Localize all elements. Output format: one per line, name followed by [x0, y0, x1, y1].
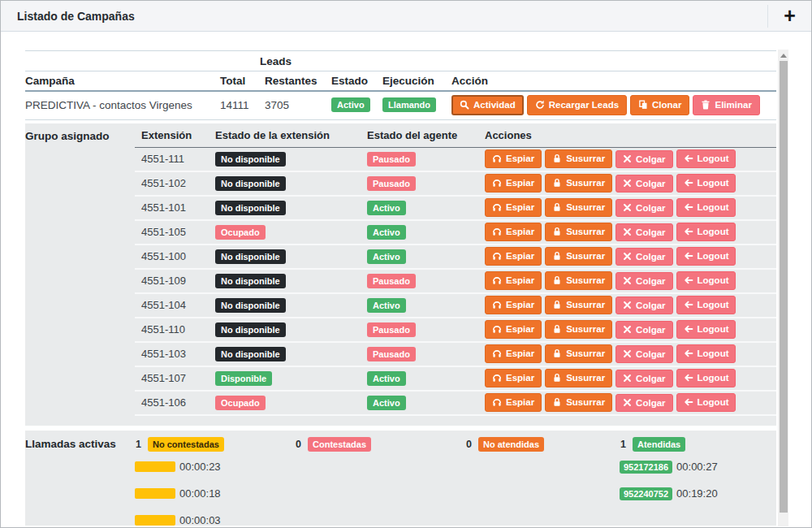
logout-button[interactable]: Logout	[676, 344, 736, 363]
espiar-button[interactable]: Espiar	[485, 198, 542, 217]
logout-button[interactable]: Logout	[676, 271, 736, 290]
campaign-execution-badge: Llamando	[382, 97, 436, 112]
whisper-icon	[552, 251, 562, 261]
colgar-button[interactable]: Colgar	[615, 199, 672, 218]
logout-button[interactable]: Logout	[676, 393, 736, 412]
extension-state-badge: No disponible	[215, 322, 286, 337]
susurrar-button[interactable]: Susurrar	[545, 344, 612, 363]
extension-row: 4551-109No disponiblePausadoEspiarSusurr…	[135, 270, 776, 294]
scrollbar-thumb[interactable]	[780, 61, 788, 513]
espiar-button[interactable]: Espiar	[485, 271, 542, 290]
colgar-button[interactable]: Colgar	[615, 175, 672, 193]
espiar-button-label: Espiar	[506, 300, 534, 310]
extension-row: 4551-104No disponibleActivoEspiarSusurra…	[135, 294, 776, 318]
headphones-icon	[492, 227, 502, 236]
agent-state-badge: Activo	[367, 371, 406, 386]
active-calls-section: Llamadas activas 1 No contestadas 00:00:…	[25, 431, 776, 526]
espiar-button[interactable]: Espiar	[485, 223, 542, 241]
extension-actions: EspiarSusurrarColgarLogout	[478, 223, 776, 241]
extensions-table-header-row: Extensión Estado de la extensión Estado …	[135, 123, 776, 148]
colgar-button-label: Colgar	[636, 301, 665, 311]
clonar-button[interactable]: Clonar	[630, 95, 689, 115]
logout-button[interactable]: Logout	[676, 149, 736, 168]
logout-button-label: Logout	[698, 251, 729, 262]
colgar-button[interactable]: Colgar	[615, 394, 672, 413]
espiar-button[interactable]: Espiar	[485, 393, 542, 412]
colgar-button-label: Colgar	[636, 325, 665, 335]
espiar-button[interactable]: Espiar	[485, 296, 542, 314]
colgar-button[interactable]: Colgar	[615, 223, 672, 242]
susurrar-button[interactable]: Susurrar	[545, 223, 612, 241]
vertical-scrollbar[interactable]	[778, 50, 788, 526]
extension-actions: EspiarSusurrarColgarLogout	[478, 149, 776, 168]
colgar-button[interactable]: Colgar	[615, 321, 672, 340]
espiar-button-label: Espiar	[506, 397, 534, 408]
leads-group-header-row: Leads	[25, 50, 776, 71]
agent-state-badge: Activo	[367, 201, 406, 215]
susurrar-button[interactable]: Susurrar	[545, 247, 612, 266]
espiar-button[interactable]: Espiar	[485, 247, 542, 266]
agent-state-badge: Activo	[367, 249, 406, 264]
espiar-button[interactable]: Espiar	[485, 344, 542, 363]
headphones-icon	[492, 178, 502, 188]
call-duration: 00:00:18	[179, 487, 221, 500]
call-duration: 00:00:27	[676, 461, 718, 473]
recargar-leads-button[interactable]: Recargar Leads	[527, 95, 627, 115]
colgar-button-label: Colgar	[636, 227, 665, 238]
colgar-button[interactable]: Colgar	[615, 345, 672, 364]
espiar-button[interactable]: Espiar	[485, 369, 542, 387]
colgar-button-label: Colgar	[636, 398, 665, 409]
susurrar-button[interactable]: Susurrar	[545, 369, 612, 387]
extension-state-badge: No disponible	[215, 152, 286, 167]
x-icon	[623, 374, 632, 383]
colgar-button[interactable]: Colgar	[615, 150, 672, 169]
logout-button[interactable]: Logout	[676, 369, 736, 387]
susurrar-button[interactable]: Susurrar	[545, 296, 612, 314]
logout-button[interactable]: Logout	[676, 247, 736, 266]
extension-actions: EspiarSusurrarColgarLogout	[478, 271, 776, 290]
susurrar-button[interactable]: Susurrar	[545, 320, 612, 339]
logout-button[interactable]: Logout	[676, 174, 736, 193]
colgar-button-label: Colgar	[636, 179, 665, 189]
campaign-total: 14111	[220, 99, 265, 111]
column-header-ext-state: Estado de la extensión	[209, 129, 361, 141]
unattended-count: 0	[465, 439, 472, 450]
unattended-counter: 0 No atendidas	[465, 437, 620, 452]
x-icon	[623, 349, 632, 358]
arrow-left-icon	[684, 348, 693, 358]
espiar-button[interactable]: Espiar	[485, 149, 542, 168]
logout-button[interactable]: Logout	[676, 296, 736, 314]
susurrar-button[interactable]: Susurrar	[545, 149, 612, 168]
scroll-up-button[interactable]	[778, 50, 788, 61]
colgar-button[interactable]: Colgar	[615, 370, 672, 388]
colgar-button[interactable]: Colgar	[615, 272, 672, 291]
espiar-button[interactable]: Espiar	[485, 174, 542, 193]
espiar-button[interactable]: Espiar	[485, 320, 542, 339]
colgar-button[interactable]: Colgar	[615, 296, 672, 315]
susurrar-button[interactable]: Susurrar	[545, 198, 612, 217]
colgar-button-label: Colgar	[636, 349, 665, 360]
espiar-button-label: Espiar	[506, 154, 534, 164]
add-campaign-button[interactable]: +	[767, 5, 811, 28]
unanswered-column: 1 No contestadas 00:00:2300:00:1800:00:0…	[135, 437, 295, 526]
extension-number: 4551-102	[141, 177, 186, 189]
logout-button[interactable]: Logout	[676, 223, 736, 241]
x-icon	[623, 252, 632, 261]
column-header-ejecucion: Ejecución	[382, 71, 451, 91]
extension-number: 4551-104	[141, 299, 186, 311]
logout-button[interactable]: Logout	[676, 320, 736, 339]
whisper-icon	[552, 373, 562, 383]
refresh-icon	[535, 100, 545, 110]
espiar-button-label: Espiar	[506, 178, 534, 188]
espiar-button-label: Espiar	[506, 251, 534, 262]
susurrar-button[interactable]: Susurrar	[545, 393, 612, 412]
logout-button[interactable]: Logout	[676, 198, 736, 217]
colgar-button[interactable]: Colgar	[615, 248, 672, 266]
titlebar: Listado de Campañas +	[1, 1, 811, 32]
susurrar-button[interactable]: Susurrar	[545, 174, 612, 193]
x-icon	[623, 398, 632, 407]
susurrar-button[interactable]: Susurrar	[545, 271, 612, 290]
unanswered-call-entry: 00:00:23	[135, 461, 295, 473]
eliminar-button[interactable]: Eliminar	[693, 95, 759, 115]
actividad-button[interactable]: Actividad	[451, 95, 524, 115]
